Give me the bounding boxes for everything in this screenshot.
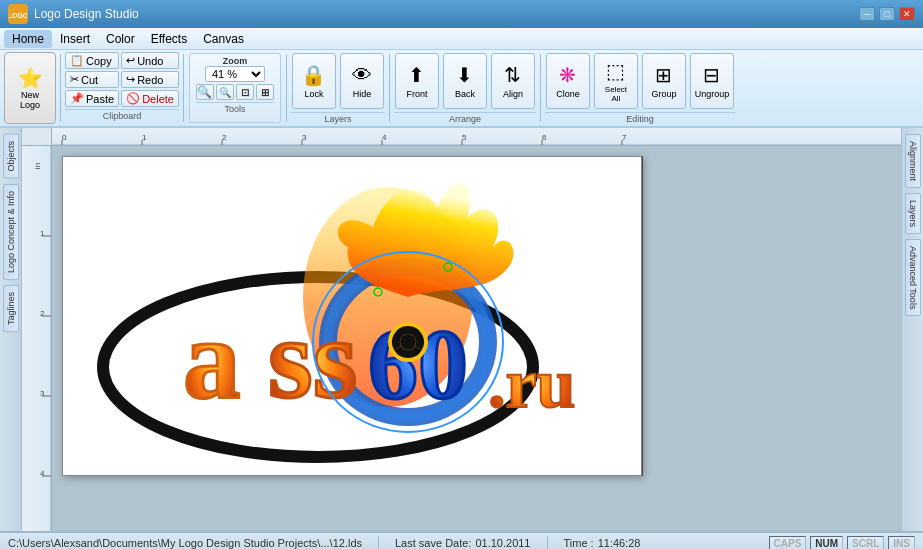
- svg-text:1: 1: [40, 229, 45, 238]
- zoom-section: Zoom 41 % 50 % 75 % 100 % 🔍 🔍 ⊡ ⊞ Tools: [189, 53, 281, 123]
- paste-icon: 📌: [70, 92, 84, 105]
- menu-insert[interactable]: Insert: [52, 30, 98, 48]
- window-controls: ─ □ ✕: [859, 7, 915, 21]
- group-button[interactable]: ⊞ Group: [642, 53, 686, 109]
- redo-button[interactable]: ↪ Redo: [121, 71, 179, 88]
- zoom-label: Zoom: [223, 56, 248, 66]
- right-tab-advanced[interactable]: Advanced Tools: [905, 239, 921, 316]
- close-button[interactable]: ✕: [899, 7, 915, 21]
- app-title: Logo Design Studio: [34, 7, 859, 21]
- align-icon: ⇅: [504, 63, 521, 87]
- menu-canvas[interactable]: Canvas: [195, 30, 252, 48]
- lock-button[interactable]: 🔒 Lock: [292, 53, 336, 109]
- app-logo-icon: LOGO: [8, 4, 28, 24]
- canvas-wrapper: in 1 2 3 4: [22, 146, 901, 531]
- ungroup-button[interactable]: ⊟ Ungroup: [690, 53, 734, 109]
- new-logo-label: NewLogo: [20, 90, 40, 110]
- sidebar-tab-objects[interactable]: Objects: [3, 134, 19, 179]
- delete-button[interactable]: 🚫 Delete: [121, 90, 179, 107]
- zoom-fit-button[interactable]: ⊡: [236, 84, 254, 100]
- svg-text:4: 4: [40, 469, 45, 478]
- ungroup-icon: ⊟: [703, 63, 720, 87]
- cut-button[interactable]: ✂ Cut: [65, 71, 119, 88]
- scissors-icon: ✂: [70, 73, 79, 86]
- svg-text:6: 6: [542, 133, 547, 142]
- svg-text:LOGO: LOGO: [9, 12, 27, 19]
- undo-icon: ↩: [126, 54, 135, 67]
- svg-text:2: 2: [222, 133, 227, 142]
- arrange-section: ⬆ Front ⬇ Back ⇅ Align Arrange: [394, 52, 536, 124]
- file-path: C:\Users\Alexsand\Documents\My Logo Desi…: [8, 537, 362, 549]
- sidebar-tab-taglines[interactable]: Taglines: [3, 285, 19, 332]
- status-bar: C:\Users\Alexsand\Documents\My Logo Desi…: [0, 531, 923, 549]
- caps-indicator: CAPS: [769, 536, 807, 550]
- svg-text:in: in: [33, 163, 42, 169]
- status-indicators: CAPS NUM SCRL INS: [769, 536, 915, 550]
- layers-section: 🔒 Lock 👁 Hide Layers: [291, 52, 385, 124]
- delete-icon: 🚫: [126, 92, 140, 105]
- main-area: Objects Logo Concept & Info Taglines 0 1…: [0, 128, 923, 531]
- back-button[interactable]: ⬇ Back: [443, 53, 487, 109]
- svg-text:2: 2: [40, 309, 45, 318]
- copy-button[interactable]: 📋 Copy: [65, 52, 119, 69]
- svg-text:0: 0: [62, 133, 67, 142]
- clipboard-section: 📋 Copy ✂ Cut 📌 Paste ↩ Undo ↪: [65, 52, 179, 124]
- ruler-corner: [22, 128, 52, 146]
- clone-button[interactable]: ❋ Clone: [546, 53, 590, 109]
- undo-button[interactable]: ↩ Undo: [121, 52, 179, 69]
- arrange-label: Arrange: [394, 112, 536, 124]
- ruler-top: 0 1 2 3 4 5 6 7: [22, 128, 901, 146]
- select-all-button[interactable]: ⬚ SelectAll: [594, 53, 638, 109]
- svg-point-38: [400, 334, 416, 350]
- new-logo-button[interactable]: ⭐ NewLogo: [4, 52, 56, 124]
- canvas[interactable]: a ss 60 .ru: [52, 146, 901, 531]
- paste-button[interactable]: 📌 Paste: [65, 90, 119, 107]
- svg-text:60: 60: [368, 308, 468, 419]
- canvas-area: 0 1 2 3 4 5 6 7: [22, 128, 901, 531]
- editing-section: ❋ Clone ⬚ SelectAll ⊞ Group ⊟ Ungroup Ed…: [545, 52, 735, 124]
- num-indicator: NUM: [810, 536, 843, 550]
- align-button[interactable]: ⇅ Align: [491, 53, 535, 109]
- ins-indicator: INS: [888, 536, 915, 550]
- zoom-in-button[interactable]: 🔍: [216, 84, 234, 100]
- canvas-page: a ss 60 .ru: [62, 156, 642, 476]
- group-icon: ⊞: [655, 63, 672, 87]
- menu-bar: Home Insert Color Effects Canvas: [0, 28, 923, 50]
- canvas-separator: [642, 156, 643, 476]
- svg-text:3: 3: [40, 389, 45, 398]
- toolbar: ⭐ NewLogo 📋 Copy ✂ Cut 📌 Paste: [0, 50, 923, 128]
- svg-text:ss: ss: [268, 295, 358, 422]
- right-tab-alignment[interactable]: Alignment: [905, 134, 921, 188]
- ruler-vertical: in 1 2 3 4: [22, 146, 52, 531]
- front-icon: ⬆: [408, 63, 425, 87]
- redo-icon: ↪: [126, 73, 135, 86]
- menu-effects[interactable]: Effects: [143, 30, 195, 48]
- star-icon: ⭐: [18, 66, 43, 90]
- svg-text:1: 1: [142, 133, 147, 142]
- zoom-actual-button[interactable]: ⊞: [256, 84, 274, 100]
- zoom-select[interactable]: 41 % 50 % 75 % 100 %: [205, 66, 265, 82]
- hide-button[interactable]: 👁 Hide: [340, 53, 384, 109]
- right-sidebar: Alignment Layers Advanced Tools: [901, 128, 923, 531]
- front-button[interactable]: ⬆ Front: [395, 53, 439, 109]
- scrl-indicator: SCRL: [847, 536, 884, 550]
- lock-icon: 🔒: [301, 63, 326, 87]
- select-all-icon: ⬚: [606, 59, 625, 83]
- maximize-button[interactable]: □: [879, 7, 895, 21]
- sidebar-tab-concept[interactable]: Logo Concept & Info: [3, 184, 19, 280]
- ruler-horizontal: 0 1 2 3 4 5 6 7: [52, 128, 901, 145]
- right-tab-layers[interactable]: Layers: [905, 193, 921, 234]
- last-save-label: Last save Date: 01.10.2011: [395, 537, 531, 549]
- clone-icon: ❋: [559, 63, 576, 87]
- menu-color[interactable]: Color: [98, 30, 143, 48]
- time-display: Time : 11:46:28: [564, 537, 641, 549]
- editing-label: Editing: [545, 112, 735, 124]
- menu-home[interactable]: Home: [4, 30, 52, 48]
- left-sidebar: Objects Logo Concept & Info Taglines: [0, 128, 22, 531]
- svg-text:4: 4: [382, 133, 387, 142]
- eye-icon: 👁: [352, 64, 372, 87]
- svg-text:3: 3: [302, 133, 307, 142]
- zoom-out-button[interactable]: 🔍: [196, 84, 214, 100]
- status-divider-1: [378, 536, 379, 549]
- minimize-button[interactable]: ─: [859, 7, 875, 21]
